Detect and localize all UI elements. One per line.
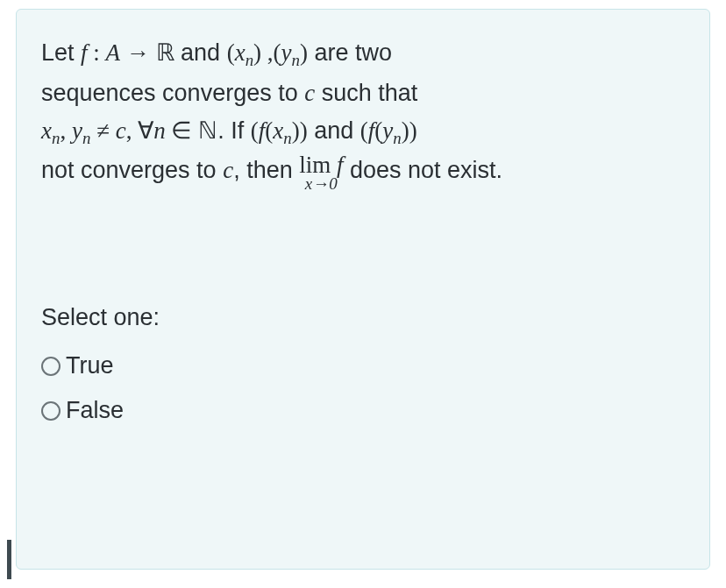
radio-icon[interactable]: [41, 401, 60, 421]
sym-rp1: ): [253, 39, 261, 66]
sym-lp1: (: [227, 39, 235, 66]
option-true-label: True: [66, 352, 114, 379]
sym-ccc: c: [223, 157, 233, 183]
text-then: , then: [233, 157, 299, 183]
sym-lp4: (: [265, 117, 273, 144]
sym-xx: x: [273, 117, 283, 144]
sym-n5: n: [283, 129, 291, 147]
sym-lp5: (: [360, 117, 368, 144]
sym-rp3: )): [292, 117, 308, 144]
sym-neq: ≠: [90, 117, 115, 144]
left-marker: [7, 540, 11, 579]
radio-icon[interactable]: [41, 357, 60, 376]
text-and: and: [174, 39, 227, 66]
answer-block: Select one: True False: [41, 304, 685, 424]
question-card: Let f : A → ℝ and (xn) ,(yn) are two seq…: [16, 9, 710, 570]
sym-rp4: )): [402, 117, 417, 144]
sym-arrow: →: [120, 39, 156, 66]
sym-N: ℕ: [198, 117, 217, 144]
sym-colon: :: [88, 39, 106, 66]
sym-lim: lim fx→0: [299, 153, 343, 192]
sym-lp2: (: [274, 39, 281, 66]
select-one-label: Select one:: [41, 304, 685, 331]
sym-nn: n: [153, 117, 166, 144]
sym-limbot: x→0: [299, 175, 343, 192]
sym-yn: y: [72, 117, 82, 144]
sym-A: A: [106, 39, 121, 66]
option-false-label: False: [66, 397, 124, 424]
sym-rp2: ): [300, 39, 308, 66]
sym-comma1: ,: [261, 39, 274, 66]
sym-xn: x: [41, 117, 52, 144]
sym-in: ∈: [166, 117, 199, 144]
sym-n1: n: [246, 51, 253, 69]
text-dne: does not exist.: [343, 157, 502, 183]
option-false[interactable]: False: [41, 397, 685, 424]
sym-c: c: [304, 80, 315, 106]
sym-n6: n: [393, 129, 401, 147]
sym-y: y: [281, 39, 292, 66]
text-seq: sequences converges to: [41, 80, 304, 106]
sym-n2: n: [292, 51, 300, 69]
text-let: Let: [41, 39, 81, 66]
text-if: . If: [217, 117, 251, 144]
sym-cc: c: [116, 117, 126, 144]
sym-cm2: ,: [60, 117, 72, 144]
sym-forall: ∀: [138, 117, 153, 144]
text-aretwo: are two: [308, 39, 392, 66]
sym-f: f: [81, 39, 88, 66]
sym-yy: y: [382, 117, 393, 144]
sym-lp3: (: [251, 117, 259, 144]
question-text: Let f : A → ℝ and (xn) ,(yn) are two seq…: [41, 34, 685, 190]
sym-n4: n: [82, 129, 90, 147]
sym-x: x: [235, 39, 246, 66]
option-true[interactable]: True: [41, 352, 685, 379]
text-such: such that: [315, 80, 417, 106]
sym-R: ℝ: [156, 39, 174, 66]
text-notconv: not converges to: [41, 157, 223, 183]
text-and2: and: [308, 117, 360, 144]
sym-cm3: ,: [126, 117, 139, 144]
sym-lp6: (: [374, 117, 382, 144]
